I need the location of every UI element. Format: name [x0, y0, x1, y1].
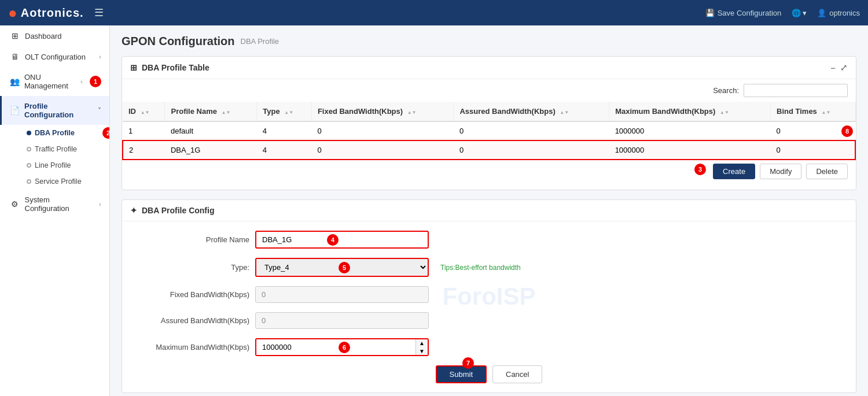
sidebar-onu-label: ONU Management [24, 73, 76, 90]
cell-id-2: 2 [123, 140, 165, 160]
profile-name-row: Profile Name 4 [134, 231, 844, 249]
table-grid-icon: ⊞ [130, 63, 137, 72]
save-icon: 💾 [705, 9, 715, 17]
max-bw-row: Maximum BandWidth(Kbps) 6 ▲ ▼ [134, 338, 844, 356]
badge-4: 4 [327, 234, 339, 246]
action-row: 3 Create Modify Delete [122, 160, 856, 185]
olt-chevron-icon: ‹ [99, 53, 101, 60]
sidebar-profile-label: Profile Configuration [24, 102, 93, 119]
sidebar-item-onu-mgmt[interactable]: 👥 ONU Management ‹ 1 [0, 67, 109, 96]
badge-8: 8 [841, 125, 853, 137]
assured-bw-row: Assured BandWidth(Kbps) [134, 312, 844, 329]
save-config-label: Save Configuration [718, 9, 782, 17]
sort-pname-icon: ▲▼ [222, 110, 231, 115]
sidebar-sub-service[interactable]: Service Profile [21, 173, 109, 190]
dba-table: ID ▲▼ Profile Name ▲▼ Type ▲▼ Fixed Band… [122, 102, 856, 160]
profile-name-input[interactable] [255, 231, 429, 249]
spinner-down-btn[interactable]: ▼ [416, 347, 428, 356]
badge-5: 5 [339, 262, 350, 273]
table-row[interactable]: 1 default 4 0 0 1000000 0 8 [123, 121, 855, 140]
table-card-actions: − ⤢ [830, 62, 848, 73]
profile-icon: 📄 [10, 106, 20, 115]
form-grid-icon: ✦ [130, 206, 137, 215]
cell-fixed-1: 0 [311, 121, 454, 140]
sidebar-sub-traffic[interactable]: Traffic Profile [21, 141, 109, 157]
col-bind-times: Bind Times ▲▼ [771, 102, 855, 121]
assured-bw-input[interactable] [255, 312, 429, 329]
max-bw-input[interactable] [256, 339, 415, 355]
profile-name-label: Profile Name [134, 235, 249, 244]
sidebar-item-olt-config[interactable]: 🖥 OLT Configuration ‹ [0, 46, 109, 67]
sidebar-item-dashboard[interactable]: ⊞ Dashboard [0, 25, 109, 46]
line-circle-icon [27, 163, 31, 168]
cell-pname-1: default [165, 121, 257, 140]
hamburger-icon[interactable]: ☰ [94, 6, 104, 19]
spinner-up-btn[interactable]: ▲ [416, 339, 428, 347]
sidebar-sub-dba[interactable]: DBA Profile 2 [21, 125, 109, 141]
dba-table-card: ⊞ DBA Profile Table − ⤢ Search: ID ▲▼ [122, 56, 856, 190]
badge-6: 6 [339, 342, 350, 353]
badge-1: 1 [90, 76, 101, 87]
system-chevron-icon: ‹ [99, 201, 101, 208]
badge-2: 2 [102, 127, 110, 139]
user-btn[interactable]: 👤 optronics [817, 9, 860, 17]
minimize-icon[interactable]: − [830, 63, 836, 73]
cancel-button[interactable]: Cancel [492, 365, 542, 383]
create-button[interactable]: Create [713, 164, 755, 179]
sidebar-item-profile-config[interactable]: 📄 Profile Configuration ˅ [0, 96, 109, 125]
submit-button[interactable]: Submit [436, 365, 487, 383]
topnav-right: 💾 Save Configuration 🌐 ▾ 👤 optronics [705, 9, 860, 17]
col-max-bw: Maximum BandWidth(Kbps) ▲▼ [609, 102, 771, 121]
layout: ⊞ Dashboard 🖥 OLT Configuration ‹ 👥 ONU … [0, 25, 868, 396]
fixed-bw-input[interactable] [255, 286, 429, 303]
main-content: GPON Configuration DBA Profile ⊞ DBA Pro… [110, 25, 868, 396]
form-card-header: ✦ DBA Profile Config [122, 200, 856, 221]
col-fixed-bw: Fixed BandWidth(Kbps) ▲▼ [311, 102, 454, 121]
badge-3: 3 [694, 164, 706, 175]
sort-fixed-icon: ▲▼ [407, 110, 417, 115]
table-row[interactable]: 2 DBA_1G 4 0 0 1000000 0 [123, 140, 855, 160]
sidebar-service-label: Service Profile [35, 177, 82, 186]
sidebar-item-system-config[interactable]: ⚙ System Configuration ‹ [0, 190, 109, 219]
type-label: Type: [134, 263, 249, 272]
sidebar-sub-profile: DBA Profile 2 Traffic Profile Line Profi… [0, 125, 109, 190]
form-card-title-wrap: ✦ DBA Profile Config [130, 206, 214, 215]
sidebar-olt-label: OLT Configuration [25, 53, 86, 61]
sidebar: ⊞ Dashboard 🖥 OLT Configuration ‹ 👥 ONU … [0, 25, 110, 396]
spinner-buttons: ▲ ▼ [415, 339, 428, 355]
logo-icon: ● [8, 4, 17, 22]
sort-id-icon: ▲▼ [141, 110, 150, 115]
sort-bind-icon: ▲▼ [821, 110, 830, 115]
traffic-circle-icon [27, 147, 31, 151]
cell-assured-1: 0 [454, 121, 609, 140]
globe-btn[interactable]: 🌐 ▾ [792, 9, 807, 17]
logo: ● Aotronics. [8, 4, 84, 22]
search-label: Search: [713, 86, 739, 95]
modify-button[interactable]: Modify [760, 164, 801, 179]
col-assured-bw: Assured BandWidth(Kbps) ▲▼ [454, 102, 609, 121]
save-config-btn[interactable]: 💾 Save Configuration [705, 9, 782, 17]
form-buttons: 7 Submit Cancel [134, 365, 844, 383]
search-input[interactable] [744, 84, 848, 97]
globe-icon: 🌐 [792, 9, 801, 17]
table-card-header: ⊞ DBA Profile Table − ⤢ [122, 57, 856, 79]
type-row: Type: 5 Type_1 Type_2 Type_3 Type_4 Type… [134, 258, 844, 277]
cell-bind-1: 0 8 [771, 121, 855, 140]
dba-circle-icon [27, 131, 31, 135]
system-icon: ⚙ [10, 199, 20, 209]
topnav: ● Aotronics. ☰ 💾 Save Configuration 🌐 ▾ … [0, 0, 868, 25]
profile-chevron-icon: ˅ [98, 107, 101, 114]
delete-button[interactable]: Delete [806, 164, 848, 179]
page-header: GPON Configuration DBA Profile [122, 35, 856, 48]
expand-icon[interactable]: ⤢ [840, 62, 848, 73]
sidebar-sub-line[interactable]: Line Profile [21, 157, 109, 173]
fixed-bw-label: Fixed BandWidth(Kbps) [134, 290, 249, 299]
cell-assured-2: 0 [454, 140, 609, 160]
badge-7: 7 [462, 357, 474, 369]
assured-bw-label: Assured BandWidth(Kbps) [134, 316, 249, 325]
table-head: ID ▲▼ Profile Name ▲▼ Type ▲▼ Fixed Band… [123, 102, 855, 121]
sort-max-icon: ▲▼ [720, 110, 729, 115]
sidebar-dba-label: DBA Profile [35, 129, 75, 137]
user-icon: 👤 [817, 9, 826, 17]
dba-form-card: ✦ DBA Profile Config ForoISP Profile Nam… [122, 199, 856, 393]
